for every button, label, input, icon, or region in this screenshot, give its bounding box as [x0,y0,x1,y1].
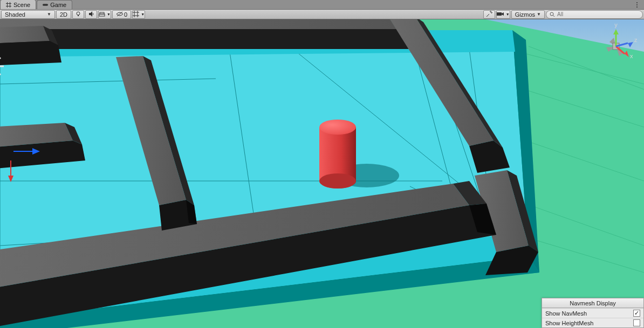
tab-game-label: Game [50,2,66,8]
tools-button[interactable] [483,10,495,19]
toggle-2d-label: 2D [60,11,67,18]
svg-rect-4 [43,4,48,5]
svg-marker-81 [625,51,629,57]
tools-icon [486,11,492,18]
axis-orientation-gizmo[interactable]: y z x [594,24,638,67]
svg-point-5 [636,2,638,3]
svg-marker-54 [0,26,50,44]
svg-line-21 [553,15,555,17]
svg-line-70 [0,71,1,75]
lighting-toggle-button[interactable] [72,10,84,19]
show-heightmesh-row[interactable]: Show HeightMesh [542,318,643,327]
svg-point-8 [77,12,80,15]
svg-rect-12 [100,12,104,14]
scene-3d-render [0,19,644,328]
svg-marker-10 [89,11,92,17]
show-navmesh-checkbox[interactable] [633,310,640,317]
svg-rect-11 [99,14,105,16]
svg-rect-18 [497,12,502,16]
search-input[interactable] [557,11,639,17]
svg-point-7 [636,6,638,8]
hash-icon [6,2,11,8]
show-navmesh-row[interactable]: Show NavMesh [542,308,643,318]
svg-line-72 [0,58,1,61]
svg-point-58 [319,120,356,135]
show-heightmesh-label: Show HeightMesh [545,320,593,326]
hidden-count-value: 0 [124,11,127,18]
hidden-count-icon [116,11,124,18]
search-icon [550,12,555,17]
grid-snap-button[interactable]: ▼ [132,10,145,19]
shading-mode-label: Shaded [5,11,25,18]
fx-stack-icon [99,11,105,18]
tab-bar: Scene Game [0,0,644,10]
show-navmesh-label: Show NavMesh [545,310,587,317]
svg-rect-9 [78,15,79,16]
svg-point-6 [636,4,638,5]
chevron-down-icon: ▼ [537,12,541,17]
grid-snap-icon [133,11,139,18]
sun-light-gizmo[interactable] [0,51,31,82]
navmesh-display-panel: Navmesh Display Show NavMesh Show Height… [542,298,644,328]
gizmos-label: Gizmos [515,11,535,18]
audio-icon [88,11,94,18]
navmesh-panel-title: Navmesh Display [542,298,643,308]
fx-toggle-button[interactable]: ▼ [98,10,111,19]
tab-scene-label: Scene [13,2,30,8]
tab-game[interactable]: Game [37,0,72,9]
svg-marker-79 [613,29,619,34]
show-heightmesh-checkbox[interactable] [633,319,640,326]
svg-marker-19 [502,12,504,16]
svg-marker-36 [0,19,396,29]
chevron-down-icon: ▼ [141,12,145,16]
toggle-2d-button[interactable]: 2D [56,10,71,19]
camera-icon [497,11,504,18]
camera-settings-button[interactable]: ▼ [496,10,510,19]
axis-x-label: x [630,53,633,59]
axis-y-label: y [614,24,618,28]
axis-z-label: z [634,37,638,43]
chevron-down-icon: ▼ [47,12,51,17]
svg-marker-38 [0,29,410,49]
shading-mode-dropdown[interactable]: Shaded ▼ [1,10,55,19]
kebab-menu-button[interactable] [632,0,642,10]
gizmos-dropdown[interactable]: Gizmos ▼ [511,10,545,19]
chevron-down-icon: ▼ [107,12,111,16]
scene-viewport[interactable]: y z x Navmesh Display Show NavMesh Show … [0,19,644,328]
search-field[interactable] [546,10,643,19]
svg-point-20 [550,12,553,16]
gamepad-icon [43,2,48,8]
scene-toolbar: Shaded ▼ 2D ▼ 0 [0,10,644,19]
tab-scene[interactable]: Scene [0,0,36,9]
audio-toggle-button[interactable] [85,10,97,19]
lightbulb-icon [75,11,81,18]
svg-marker-83 [628,42,633,47]
player-cylinder-red [319,120,356,189]
chevron-down-icon: ▼ [506,12,510,16]
hidden-objects-button[interactable]: 0 [112,10,131,19]
scene-window: Scene Game Shaded ▼ 2D [0,0,644,328]
